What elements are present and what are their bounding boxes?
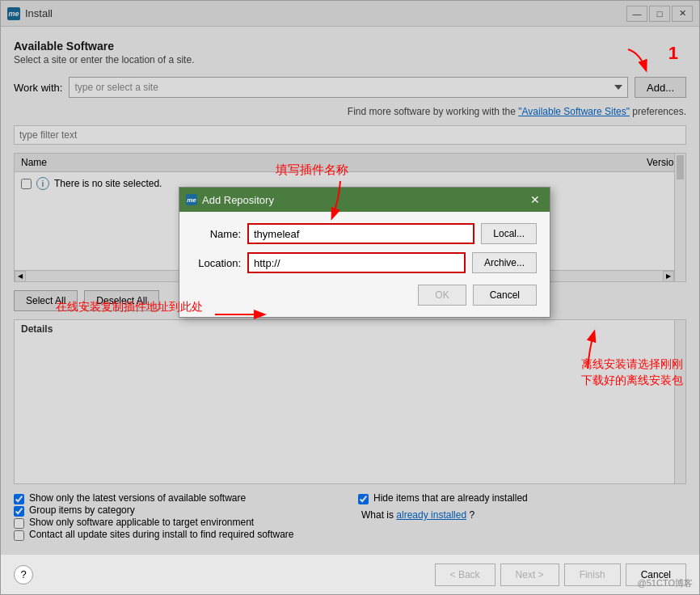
dialog-name-label: Name: <box>192 228 241 240</box>
dialog-location-row: Location: Archive... <box>192 252 537 273</box>
finish-button[interactable]: Finish <box>564 563 621 586</box>
dialog-name-row: Name: Local... <box>192 223 537 244</box>
local-button[interactable]: Local... <box>481 223 537 244</box>
main-window: me Install — □ ✕ Available Software Sele… <box>0 0 700 595</box>
dialog-title: Add Repository <box>202 194 527 206</box>
dialog-location-label: Location: <box>192 257 241 269</box>
dialog-app-icon: me <box>186 194 197 205</box>
dialog-location-input[interactable] <box>247 252 466 273</box>
dialog-name-input[interactable] <box>247 223 474 244</box>
help-button[interactable]: ? <box>14 565 33 584</box>
add-repository-dialog: me Add Repository ✕ Name: Local... Locat… <box>179 187 550 318</box>
watermark: @51CTO博客 <box>638 577 693 589</box>
dialog-content: Name: Local... Location: Archive... OK C… <box>179 212 550 317</box>
dialog-cancel-button[interactable]: Cancel <box>473 285 537 306</box>
dialog-action-row: OK Cancel <box>192 281 537 306</box>
dialog-close-button[interactable]: ✕ <box>527 192 543 208</box>
bottom-bar: ? < Back Next > Finish Cancel <box>1 554 699 594</box>
dialog-ok-button[interactable]: OK <box>418 285 466 306</box>
back-button[interactable]: < Back <box>435 563 495 586</box>
dialog-title-bar: me Add Repository ✕ <box>179 188 550 212</box>
next-button[interactable]: Next > <box>500 563 559 586</box>
archive-button[interactable]: Archive... <box>472 252 537 273</box>
